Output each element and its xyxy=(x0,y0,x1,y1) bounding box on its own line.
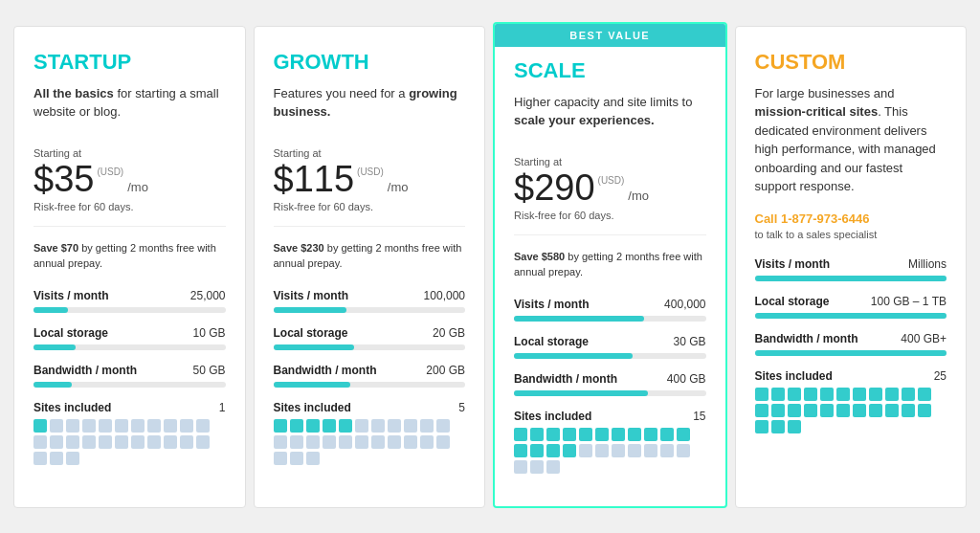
site-dot-scale-8 xyxy=(644,428,657,441)
metric-header-custom-0: Visits / month Millions xyxy=(755,257,947,271)
sites-row-custom: Sites included 25 xyxy=(755,369,947,433)
site-dot-custom-22 xyxy=(755,420,768,433)
metric-bar-track-startup-0 xyxy=(33,307,226,313)
metric-header-scale-1: Local storage 30 GB xyxy=(514,335,706,348)
metric-bar-fill-scale-1 xyxy=(514,353,633,359)
metric-row-custom-2: Bandwidth / month 400 GB+ xyxy=(755,332,947,356)
metric-row-custom-0: Visits / month Millions xyxy=(755,257,947,281)
site-dot-custom-13 xyxy=(788,404,801,417)
metric-label-growth-2: Bandwidth / month xyxy=(274,364,377,377)
metric-header-startup-2: Bandwidth / month 50 GB xyxy=(33,364,226,377)
plan-card-custom: CUSTOMFor large businesses and mission-c… xyxy=(735,26,968,508)
metric-bar-track-custom-1 xyxy=(755,313,947,319)
site-dot-scale-12 xyxy=(530,444,544,457)
site-dot-startup-13 xyxy=(66,435,79,449)
metric-bar-fill-scale-0 xyxy=(514,316,644,322)
metric-bar-fill-custom-0 xyxy=(755,276,947,281)
site-dot-scale-20 xyxy=(660,444,674,457)
site-dot-scale-22 xyxy=(514,460,527,474)
metric-label-scale-2: Bandwidth / month xyxy=(514,372,617,386)
metric-header-growth-1: Local storage 20 GB xyxy=(274,326,466,340)
site-dot-startup-19 xyxy=(164,435,177,449)
plan-title-startup: STARTUP xyxy=(33,50,226,75)
site-dot-custom-19 xyxy=(885,404,899,417)
plan-title-custom: CUSTOM xyxy=(755,50,947,75)
metric-bar-track-scale-0 xyxy=(514,316,706,322)
site-dot-custom-17 xyxy=(853,404,866,417)
site-dot-growth-4 xyxy=(339,419,352,433)
metrics-section-scale: Visits / month 400,000 Local storage 30 … xyxy=(514,298,706,474)
site-dot-startup-15 xyxy=(99,435,112,449)
site-dot-startup-0 xyxy=(33,419,47,433)
save-text-growth: Save $230 by getting 2 months free with … xyxy=(274,240,466,272)
site-dot-scale-21 xyxy=(677,444,690,457)
site-dot-custom-2 xyxy=(788,388,801,401)
site-dot-startup-11 xyxy=(33,435,47,449)
metric-header-startup-1: Local storage 10 GB xyxy=(33,326,226,340)
site-dot-startup-8 xyxy=(164,419,177,433)
sites-value-startup: 1 xyxy=(219,401,226,414)
site-dot-growth-6 xyxy=(371,419,385,433)
site-dot-startup-3 xyxy=(82,419,96,433)
site-dot-scale-3 xyxy=(563,428,576,441)
metric-value-startup-0: 25,000 xyxy=(190,289,226,302)
site-dot-startup-6 xyxy=(131,419,145,433)
site-dot-growth-0 xyxy=(274,419,287,433)
metric-header-growth-0: Visits / month 100,000 xyxy=(274,289,466,302)
risk-free-startup: Risk-free for 60 days. xyxy=(33,201,226,212)
site-dot-growth-5 xyxy=(355,419,368,433)
site-dot-custom-18 xyxy=(869,404,882,417)
metric-value-startup-1: 10 GB xyxy=(192,326,225,340)
metric-value-custom-1: 100 GB – 1 TB xyxy=(871,295,947,308)
price-row-scale: $290 (USD) /mo xyxy=(514,169,706,206)
price-amount-growth: $115 xyxy=(274,161,355,197)
site-dot-custom-10 xyxy=(918,388,931,401)
site-dot-custom-21 xyxy=(918,404,931,417)
metric-row-growth-1: Local storage 20 GB xyxy=(274,326,466,350)
metric-bar-fill-growth-0 xyxy=(274,307,346,313)
best-value-badge: BEST VALUE xyxy=(495,24,725,47)
site-dot-startup-2 xyxy=(66,419,79,433)
site-dot-growth-14 xyxy=(323,435,336,449)
metric-label-startup-1: Local storage xyxy=(33,326,108,340)
plan-card-startup: STARTUPAll the basics for starting a sma… xyxy=(13,26,246,508)
metric-value-scale-2: 400 GB xyxy=(667,372,706,386)
site-dot-scale-10 xyxy=(677,428,690,441)
sites-value-growth: 5 xyxy=(458,401,465,414)
site-dot-custom-9 xyxy=(902,388,915,401)
metric-value-scale-0: 400,000 xyxy=(664,298,705,311)
site-dot-growth-1 xyxy=(290,419,303,433)
metric-value-growth-1: 20 GB xyxy=(433,326,465,340)
site-dot-growth-24 xyxy=(306,452,320,465)
site-dot-growth-13 xyxy=(306,435,320,449)
site-dot-scale-16 xyxy=(595,444,609,457)
site-dot-custom-1 xyxy=(771,388,785,401)
site-dot-custom-16 xyxy=(836,404,850,417)
price-usd-scale: (USD) xyxy=(598,175,625,186)
site-dot-growth-18 xyxy=(388,435,401,449)
site-dot-growth-11 xyxy=(274,435,287,449)
metric-bar-fill-growth-1 xyxy=(274,344,354,350)
metric-label-growth-1: Local storage xyxy=(274,326,348,340)
metric-bar-track-startup-1 xyxy=(33,344,226,350)
price-row-startup: $35 (USD) /mo xyxy=(33,161,226,197)
metric-bar-fill-startup-1 xyxy=(33,344,76,350)
metric-label-startup-2: Bandwidth / month xyxy=(33,364,137,377)
call-phone-link[interactable]: Call 1-877-973-6446 xyxy=(755,211,870,226)
pricing-container: STARTUPAll the basics for starting a sma… xyxy=(10,22,970,512)
site-dot-custom-11 xyxy=(755,404,768,417)
sites-header-scale: Sites included 15 xyxy=(514,410,706,423)
site-dot-custom-12 xyxy=(771,404,785,417)
starting-at-startup: Starting at xyxy=(33,147,226,159)
price-amount-scale: $290 xyxy=(514,169,595,206)
site-dot-growth-16 xyxy=(355,435,368,449)
metric-bar-track-growth-0 xyxy=(274,307,466,313)
site-dot-startup-12 xyxy=(50,435,63,449)
metric-bar-track-custom-0 xyxy=(755,276,947,281)
site-dot-custom-14 xyxy=(804,404,817,417)
price-amount-startup: $35 xyxy=(33,161,94,197)
metric-bar-track-scale-1 xyxy=(514,353,706,359)
site-dot-custom-23 xyxy=(771,420,785,433)
plan-desc-scale: Higher capacity and site limits to scale… xyxy=(514,93,706,143)
metric-label-scale-0: Visits / month xyxy=(514,298,589,311)
